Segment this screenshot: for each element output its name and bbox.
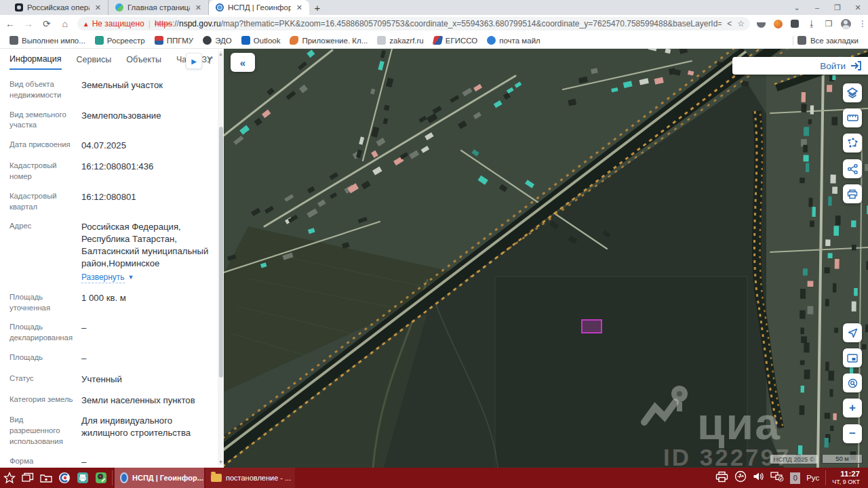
close-button[interactable]: ✕ <box>848 0 868 15</box>
extension-cup-icon[interactable] <box>755 18 766 29</box>
task-nspd[interactable]: НСПД | Геоинфор... <box>115 468 204 488</box>
start-star-icon[interactable] <box>0 468 18 488</box>
new-tab-button[interactable]: + <box>309 0 326 15</box>
login-icon <box>850 61 861 70</box>
bookmark-item[interactable]: Росреестр <box>95 36 145 45</box>
scroll-down-icon[interactable]: ▼ <box>218 459 224 466</box>
home-icon[interactable]: ⌂ <box>57 16 73 32</box>
zoom-in-button[interactable]: + <box>843 399 862 418</box>
browser-tab-1[interactable]: Российская операционная ✕ <box>8 0 108 15</box>
volume-tray-icon[interactable] <box>753 471 764 485</box>
all-bookmarks-button[interactable]: Все закладки <box>783 36 859 45</box>
map-viewport[interactable]: циа ID 322797 « Войти + − НСПД 2025 © 50 <box>224 49 868 468</box>
expand-address-link[interactable]: Развернуть▼ <box>81 272 134 283</box>
zoom-out-button[interactable]: − <box>843 424 862 443</box>
collapse-panel-button[interactable]: « <box>231 53 255 72</box>
downloads-icon[interactable]: ⭳ <box>806 18 817 29</box>
minimap-button[interactable] <box>843 348 862 367</box>
field-row: Вид разрешенного использованияДля индиви… <box>9 415 210 447</box>
kebab-menu-icon[interactable]: ⋮ <box>857 18 868 29</box>
selected-parcel-outline[interactable] <box>581 319 602 333</box>
address-bar[interactable]: ▲ Не защищено | https://nspd.gov.ru/map?… <box>77 17 750 30</box>
field-row: Форма собственности– <box>9 456 210 468</box>
field-row: Кадастровый номер16:12:080801:436 <box>9 161 210 182</box>
ppgmu-icon <box>155 36 163 45</box>
divider <box>793 36 793 45</box>
extensions-puzzle-icon[interactable] <box>789 18 800 29</box>
field-row: Кадастровый квартал16:12:080801 <box>9 191 210 213</box>
tray-badge[interactable]: 0 <box>790 472 800 484</box>
forward-icon[interactable]: → <box>20 16 37 32</box>
usb-tray-icon[interactable] <box>734 470 747 485</box>
field-row: СтатусУчтенный <box>9 373 210 386</box>
print-button[interactable] <box>843 184 862 203</box>
bookmark-item[interactable]: Outlook <box>241 36 281 45</box>
bookmark-item[interactable]: zakazrf.ru <box>377 36 424 45</box>
field-row: Вид земельного участкаЗемлепользование <box>9 110 210 131</box>
lasso-select-button[interactable] <box>843 134 862 152</box>
browser-tab-2[interactable]: Главная страница ✕ <box>108 0 209 15</box>
layers-button[interactable] <box>843 83 862 102</box>
tab-title: НСПД | Геоинформационн <box>228 3 291 12</box>
satellite-map <box>224 49 868 468</box>
share-url-icon[interactable]: < <box>727 19 732 28</box>
back-icon[interactable]: ← <box>2 16 18 32</box>
extension-avatar-icon[interactable] <box>772 18 783 29</box>
warning-icon: ▲ <box>83 20 90 28</box>
chrome-menu-chevron-icon[interactable]: ⌄ <box>787 0 807 15</box>
tab-information[interactable]: Информация <box>9 54 62 70</box>
task-label: постановление - ... <box>226 474 291 482</box>
side-panel-icon[interactable]: ❒ <box>823 18 834 29</box>
sidebar-scrollbar[interactable]: ▲ ▼ <box>218 51 224 466</box>
bookmark-item[interactable]: Выполнен импо... <box>9 36 85 45</box>
locate-button[interactable] <box>843 323 862 342</box>
tab-objects[interactable]: Объекты <box>126 55 161 69</box>
tabs-next-arrow[interactable]: ▶ <box>186 53 202 69</box>
bookmark-item[interactable]: ППГМУ <box>155 36 193 45</box>
tab-title: Российская операционная <box>27 3 90 12</box>
task-document[interactable]: постановление - ... <box>205 468 295 488</box>
profile-avatar[interactable] <box>840 18 851 29</box>
share-map-button[interactable] <box>843 159 862 178</box>
scroll-up-icon[interactable]: ▲ <box>218 51 224 58</box>
restore-button[interactable]: ❐ <box>827 0 848 15</box>
address-value: Российская Федерация, Республика Татарст… <box>81 222 208 268</box>
clock[interactable]: 11:27 ЧТ, 9 ОКТ <box>832 470 863 486</box>
login-button[interactable]: Войти <box>732 57 868 75</box>
tab2-favicon <box>115 3 123 12</box>
extensions-row: ⭳ ❒ ⋮ <box>755 18 868 29</box>
url-text: https://nspd.gov.ru/map?thematic=PKK&zoo… <box>155 19 722 28</box>
network-tray-icon[interactable] <box>770 471 784 485</box>
chevron-down-icon: ▼ <box>128 273 134 281</box>
language-indicator[interactable]: Рус <box>806 474 819 482</box>
print-app-icon[interactable] <box>73 468 92 488</box>
app-kl-icon <box>290 36 298 45</box>
bookmarks-bar: Выполнен импо... Росреестр ППГМУ ЭДО Out… <box>0 33 868 49</box>
printer-tray-icon[interactable] <box>715 471 728 485</box>
scrollbar-thumb[interactable] <box>219 127 223 378</box>
bookmark-star-icon[interactable]: ☆ <box>737 19 745 28</box>
sign-app-icon[interactable] <box>92 468 110 488</box>
zoom-extent-button[interactable] <box>843 373 862 392</box>
reload-icon[interactable]: ⟳ <box>39 16 55 32</box>
minimize-button[interactable]: – <box>807 0 827 15</box>
windows-switcher-icon[interactable] <box>18 468 37 488</box>
folder-eye-icon[interactable] <box>37 468 55 488</box>
bookmark-item[interactable]: Приложение. Кл... <box>290 36 368 45</box>
panel-tabs: Информация Сервисы Объекты Части ЗУ Сост… <box>9 54 213 70</box>
window-controls: ⌄ – ❐ ✕ <box>787 0 868 15</box>
bookmark-item[interactable]: почта майл <box>487 36 540 45</box>
ruler-button[interactable] <box>843 108 862 127</box>
tab-close-icon[interactable]: ✕ <box>94 3 102 12</box>
browser-tab-active[interactable]: НСПД | Геоинформационн ✕ <box>209 0 309 15</box>
field-row: Дата присвоения04.07.2025 <box>9 140 210 152</box>
bookmark-item[interactable]: ЭДО <box>203 36 232 45</box>
tab-close-icon[interactable]: ✕ <box>295 3 304 12</box>
bookmark-item[interactable]: ЕГИССО <box>433 36 477 45</box>
tab-close-icon[interactable]: ✕ <box>194 3 203 12</box>
browser-tabstrip: Российская операционная ✕ Главная страни… <box>0 0 868 15</box>
field-row-address: Адрес Российская Федерация, Республика Т… <box>9 221 210 283</box>
tab-services[interactable]: Сервисы <box>77 55 112 69</box>
c-logo-icon[interactable] <box>55 468 73 488</box>
security-warning[interactable]: Не защищено <box>92 19 144 28</box>
